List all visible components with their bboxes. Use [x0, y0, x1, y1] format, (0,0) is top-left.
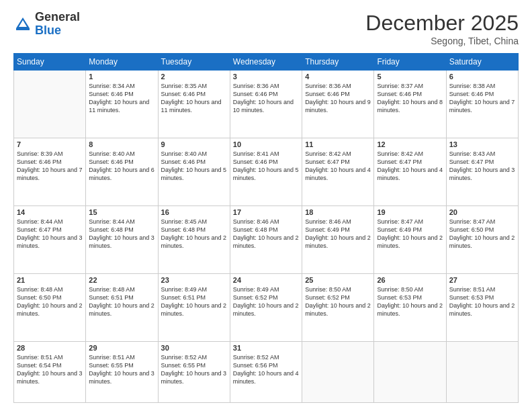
header: General Blue December 2025 Segong, Tibet… — [13, 11, 519, 46]
calendar-week-row: 1Sunrise: 8:34 AMSunset: 6:46 PMDaylight… — [14, 71, 519, 138]
table-row: 12Sunrise: 8:42 AMSunset: 6:47 PMDayligh… — [374, 138, 446, 206]
day-number: 13 — [449, 140, 515, 148]
cell-info: Sunrise: 8:38 AMSunset: 6:46 PMDaylight:… — [449, 82, 515, 115]
logo-icon — [13, 15, 32, 34]
table-row: 30Sunrise: 8:52 AMSunset: 6:55 PMDayligh… — [158, 342, 230, 403]
cell-info: Sunrise: 8:44 AMSunset: 6:47 PMDaylight:… — [17, 218, 83, 250]
calendar-week-row: 28Sunrise: 8:51 AMSunset: 6:54 PMDayligh… — [14, 342, 519, 403]
month-title: December 2025 — [365, 11, 519, 36]
day-number: 15 — [89, 208, 154, 216]
svg-rect-2 — [16, 28, 30, 30]
col-saturday: Saturday — [446, 54, 518, 71]
logo-blue-text: Blue — [35, 24, 61, 37]
cell-info: Sunrise: 8:46 AMSunset: 6:48 PMDaylight:… — [233, 218, 299, 250]
day-number: 16 — [161, 208, 227, 216]
cell-info: Sunrise: 8:44 AMSunset: 6:48 PMDaylight:… — [89, 218, 154, 250]
cell-info: Sunrise: 8:46 AMSunset: 6:49 PMDaylight:… — [305, 218, 371, 250]
day-number: 5 — [377, 73, 443, 81]
day-number: 10 — [233, 140, 299, 148]
cell-info: Sunrise: 8:47 AMSunset: 6:49 PMDaylight:… — [377, 218, 443, 250]
day-number: 27 — [449, 276, 515, 284]
cell-info: Sunrise: 8:49 AMSunset: 6:51 PMDaylight:… — [161, 285, 227, 318]
cell-info: Sunrise: 8:36 AMSunset: 6:46 PMDaylight:… — [233, 82, 299, 115]
cell-info: Sunrise: 8:49 AMSunset: 6:52 PMDaylight:… — [233, 285, 299, 318]
table-row: 3Sunrise: 8:36 AMSunset: 6:46 PMDaylight… — [230, 71, 302, 138]
location: Segong, Tibet, China — [365, 36, 519, 46]
calendar-week-row: 21Sunrise: 8:48 AMSunset: 6:50 PMDayligh… — [14, 274, 519, 342]
col-wednesday: Wednesday — [230, 54, 302, 71]
table-row: 21Sunrise: 8:48 AMSunset: 6:50 PMDayligh… — [14, 274, 86, 342]
cell-info: Sunrise: 8:41 AMSunset: 6:46 PMDaylight:… — [233, 150, 299, 183]
day-number: 11 — [305, 140, 371, 148]
day-number: 22 — [89, 276, 154, 284]
day-number: 17 — [233, 208, 299, 216]
table-row: 22Sunrise: 8:48 AMSunset: 6:51 PMDayligh… — [86, 274, 158, 342]
col-monday: Monday — [86, 54, 158, 71]
table-row: 7Sunrise: 8:39 AMSunset: 6:46 PMDaylight… — [14, 138, 86, 206]
cell-info: Sunrise: 8:43 AMSunset: 6:47 PMDaylight:… — [449, 150, 515, 183]
day-number: 2 — [161, 73, 227, 81]
table-row: 28Sunrise: 8:51 AMSunset: 6:54 PMDayligh… — [14, 342, 86, 403]
cell-info: Sunrise: 8:40 AMSunset: 6:46 PMDaylight:… — [89, 150, 154, 183]
calendar-table: Sunday Monday Tuesday Wednesday Thursday… — [13, 53, 519, 403]
table-row: 16Sunrise: 8:45 AMSunset: 6:48 PMDayligh… — [158, 206, 230, 274]
table-row: 5Sunrise: 8:37 AMSunset: 6:46 PMDaylight… — [374, 71, 446, 138]
col-tuesday: Tuesday — [158, 54, 230, 71]
day-number: 26 — [377, 276, 443, 284]
logo-general-text: General — [35, 10, 80, 24]
cell-info: Sunrise: 8:52 AMSunset: 6:55 PMDaylight:… — [161, 353, 227, 386]
table-row: 31Sunrise: 8:52 AMSunset: 6:56 PMDayligh… — [230, 342, 302, 403]
table-row — [302, 342, 374, 403]
table-row: 25Sunrise: 8:50 AMSunset: 6:52 PMDayligh… — [302, 274, 374, 342]
table-row: 18Sunrise: 8:46 AMSunset: 6:49 PMDayligh… — [302, 206, 374, 274]
table-row: 29Sunrise: 8:51 AMSunset: 6:55 PMDayligh… — [86, 342, 158, 403]
day-number: 18 — [305, 208, 371, 216]
table-row: 17Sunrise: 8:46 AMSunset: 6:48 PMDayligh… — [230, 206, 302, 274]
cell-info: Sunrise: 8:34 AMSunset: 6:46 PMDaylight:… — [89, 82, 154, 115]
day-number: 7 — [17, 140, 83, 148]
cell-info: Sunrise: 8:39 AMSunset: 6:46 PMDaylight:… — [17, 150, 83, 183]
table-row — [374, 342, 446, 403]
col-sunday: Sunday — [14, 54, 86, 71]
table-row: 8Sunrise: 8:40 AMSunset: 6:46 PMDaylight… — [86, 138, 158, 206]
col-friday: Friday — [374, 54, 446, 71]
cell-info: Sunrise: 8:45 AMSunset: 6:48 PMDaylight:… — [161, 218, 227, 250]
cell-info: Sunrise: 8:42 AMSunset: 6:47 PMDaylight:… — [377, 150, 443, 183]
day-number: 6 — [449, 73, 515, 81]
day-number: 23 — [161, 276, 227, 284]
table-row: 27Sunrise: 8:51 AMSunset: 6:53 PMDayligh… — [446, 274, 518, 342]
table-row: 2Sunrise: 8:35 AMSunset: 6:46 PMDaylight… — [158, 71, 230, 138]
day-number: 4 — [305, 73, 371, 81]
day-number: 9 — [161, 140, 227, 148]
calendar-header-row: Sunday Monday Tuesday Wednesday Thursday… — [14, 54, 519, 71]
day-number: 24 — [233, 276, 299, 284]
day-number: 28 — [17, 344, 83, 352]
table-row: 24Sunrise: 8:49 AMSunset: 6:52 PMDayligh… — [230, 274, 302, 342]
table-row: 23Sunrise: 8:49 AMSunset: 6:51 PMDayligh… — [158, 274, 230, 342]
table-row: 20Sunrise: 8:47 AMSunset: 6:50 PMDayligh… — [446, 206, 518, 274]
table-row: 26Sunrise: 8:50 AMSunset: 6:53 PMDayligh… — [374, 274, 446, 342]
table-row: 19Sunrise: 8:47 AMSunset: 6:49 PMDayligh… — [374, 206, 446, 274]
page: General Blue December 2025 Segong, Tibet… — [0, 0, 532, 411]
table-row: 11Sunrise: 8:42 AMSunset: 6:47 PMDayligh… — [302, 138, 374, 206]
table-row: 6Sunrise: 8:38 AMSunset: 6:46 PMDaylight… — [446, 71, 518, 138]
day-number: 30 — [161, 344, 227, 352]
day-number: 3 — [233, 73, 299, 81]
table-row: 15Sunrise: 8:44 AMSunset: 6:48 PMDayligh… — [86, 206, 158, 274]
table-row: 4Sunrise: 8:36 AMSunset: 6:46 PMDaylight… — [302, 71, 374, 138]
table-row: 10Sunrise: 8:41 AMSunset: 6:46 PMDayligh… — [230, 138, 302, 206]
calendar-week-row: 7Sunrise: 8:39 AMSunset: 6:46 PMDaylight… — [14, 138, 519, 206]
cell-info: Sunrise: 8:47 AMSunset: 6:50 PMDaylight:… — [449, 218, 515, 250]
cell-info: Sunrise: 8:50 AMSunset: 6:52 PMDaylight:… — [305, 285, 371, 318]
cell-info: Sunrise: 8:52 AMSunset: 6:56 PMDaylight:… — [233, 353, 299, 386]
cell-info: Sunrise: 8:48 AMSunset: 6:50 PMDaylight:… — [17, 285, 83, 318]
day-number: 29 — [89, 344, 154, 352]
col-thursday: Thursday — [302, 54, 374, 71]
table-row: 9Sunrise: 8:40 AMSunset: 6:46 PMDaylight… — [158, 138, 230, 206]
cell-info: Sunrise: 8:36 AMSunset: 6:46 PMDaylight:… — [305, 82, 371, 115]
table-row: 14Sunrise: 8:44 AMSunset: 6:47 PMDayligh… — [14, 206, 86, 274]
cell-info: Sunrise: 8:51 AMSunset: 6:55 PMDaylight:… — [89, 353, 154, 386]
day-number: 20 — [449, 208, 515, 216]
logo: General Blue — [13, 11, 80, 38]
cell-info: Sunrise: 8:50 AMSunset: 6:53 PMDaylight:… — [377, 285, 443, 318]
